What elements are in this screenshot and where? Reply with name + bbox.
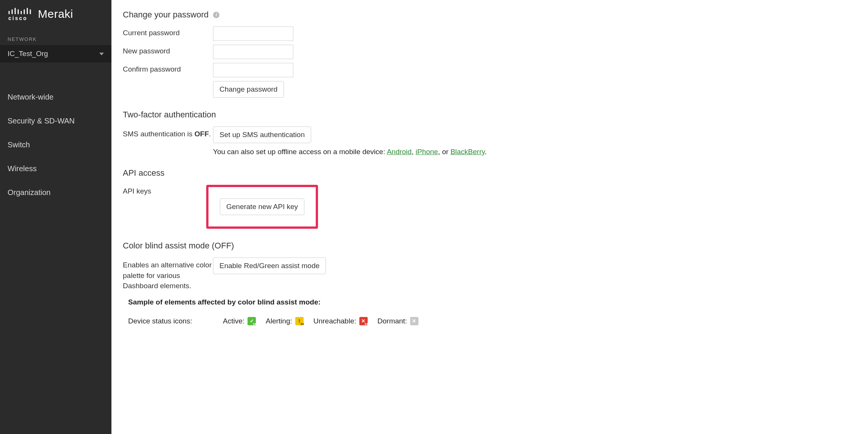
status-alerting-icon: !34 [295, 317, 304, 325]
status-alerting-value: 34 [301, 322, 304, 326]
change-password-section: Change your password i Current password … [123, 10, 857, 98]
sidebar-item-security-sdwan[interactable]: Security & SD-WAN [0, 109, 111, 133]
change-password-title-text: Change your password [123, 10, 208, 20]
sep1: , [412, 148, 416, 156]
offline-suffix: . [485, 148, 487, 156]
api-key-highlight: Generate new API key [206, 185, 318, 229]
svg-text:cisco: cisco [8, 15, 28, 21]
offline-access-text: You can also set up offline access on a … [213, 148, 857, 156]
status-active-icon: ✓34 [248, 317, 256, 325]
blackberry-link[interactable]: BlackBerry [450, 148, 484, 156]
api-access-title: API access [123, 168, 857, 178]
status-dormant-icon: ✕ [410, 317, 418, 325]
sidebar-item-wireless[interactable]: Wireless [0, 157, 111, 181]
brand-text: Meraki [38, 8, 73, 20]
api-keys-label: API keys [123, 185, 213, 195]
status-active-label: Active: [223, 317, 244, 325]
two-factor-title: Two-factor authentication [123, 110, 857, 120]
status-active-value: 34 [253, 322, 256, 326]
current-password-input[interactable] [213, 27, 293, 41]
network-name: IC_Test_Org [8, 50, 48, 58]
setup-sms-button[interactable]: Set up SMS authentication [213, 126, 311, 143]
sidebar-item-network-wide[interactable]: Network-wide [0, 85, 111, 109]
confirm-password-input[interactable] [213, 63, 293, 77]
generate-api-key-button[interactable]: Generate new API key [220, 198, 304, 215]
sms-status-value: OFF [194, 130, 209, 138]
sidebar-item-organization[interactable]: Organization [0, 181, 111, 205]
current-password-label: Current password [123, 27, 213, 37]
status-unreachable-label: Unreachable: [313, 317, 356, 325]
chevron-down-icon [99, 53, 104, 55]
sms-status-prefix: SMS authentication is [123, 130, 193, 138]
two-factor-section: Two-factor authentication SMS authentica… [123, 110, 857, 156]
sep2: , or [438, 148, 451, 156]
change-password-button[interactable]: Change password [213, 81, 284, 98]
new-password-input[interactable] [213, 45, 293, 59]
android-link[interactable]: Android [387, 148, 412, 156]
side-nav: Network-wide Security & SD-WAN Switch Wi… [0, 62, 111, 205]
enable-colorblind-button[interactable]: Enable Red/Green assist mode [213, 258, 326, 274]
sidebar-item-switch[interactable]: Switch [0, 133, 111, 157]
colorblind-desc: Enables an alternative color palette for… [123, 258, 213, 291]
info-icon[interactable]: i [213, 12, 219, 18]
new-password-label: New password [123, 45, 213, 55]
sample-title: Sample of elements affected by color bli… [128, 298, 857, 306]
cisco-icon: cisco [8, 7, 33, 21]
change-password-title: Change your password i [123, 10, 857, 20]
network-label: NETWORK [0, 25, 111, 45]
offline-prefix: You can also set up offline access on a … [213, 148, 387, 156]
device-status-icons-label: Device status icons: [128, 317, 213, 325]
sms-status-suffix: . [209, 130, 211, 138]
status-alerting-label: Alerting: [266, 317, 292, 325]
network-selector[interactable]: IC_Test_Org [0, 45, 111, 62]
colorblind-title: Color blind assist mode (OFF) [123, 241, 857, 251]
main-content: Change your password i Current password … [111, 0, 868, 434]
status-dormant-label: Dormant: [378, 317, 407, 325]
status-unreachable-value: 34 [365, 322, 368, 326]
confirm-password-label: Confirm password [123, 63, 213, 73]
iphone-link[interactable]: iPhone [415, 148, 438, 156]
status-unreachable-icon: ✕34 [359, 317, 368, 325]
sms-status: SMS authentication is OFF. [123, 126, 213, 140]
api-access-section: API access API keys Generate new API key [123, 168, 857, 229]
sidebar: cisco Meraki NETWORK IC_Test_Org Network… [0, 0, 111, 434]
brand-logo: cisco Meraki [0, 0, 111, 25]
colorblind-section: Color blind assist mode (OFF) Enables an… [123, 241, 857, 325]
